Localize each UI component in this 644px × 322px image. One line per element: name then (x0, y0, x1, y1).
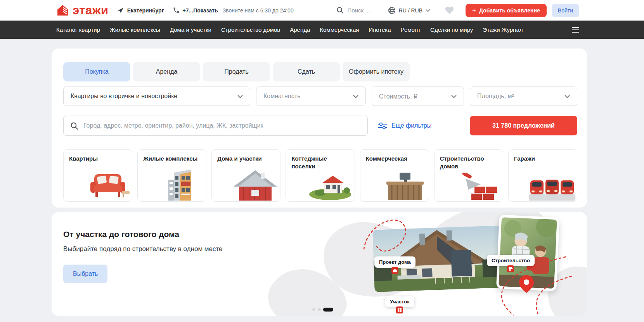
login-button[interactable]: Войти (552, 4, 579, 17)
property-type-value: Квартиры во вторичке и новостройке (71, 93, 177, 100)
phone-icon (173, 7, 179, 14)
top-header: этажи Екатеринбург +7...Показать Звоните… (0, 0, 644, 21)
construction-banner: От участка до готового дома Выбирайте по… (52, 212, 587, 316)
chevron-down-icon (353, 95, 358, 98)
search-icon (70, 122, 78, 130)
search-row: Еще фильтры 31 780 предложений (63, 116, 577, 136)
rooms-placeholder: Комнатность (263, 93, 300, 100)
sofa-icon (86, 173, 130, 201)
chevron-down-icon (237, 95, 243, 98)
banner-title: От участка до готового дома (63, 230, 223, 239)
reception-desk-icon (383, 171, 427, 201)
offers-count-button[interactable]: 31 780 предложений (470, 116, 577, 135)
category-label: Дома и участки (217, 155, 261, 162)
location-search-field[interactable] (63, 116, 368, 136)
nav-item-mortgage[interactable]: Ипотека (369, 26, 391, 33)
menu-icon[interactable] (572, 27, 579, 33)
nav-item-rent[interactable]: Аренда (290, 26, 310, 33)
more-filters-button[interactable]: Еще фильтры (378, 122, 431, 130)
drill-icon (507, 265, 514, 272)
nav-item-repair[interactable]: Ремонт (401, 26, 421, 33)
price-placeholder: Стоимость, ₽ (379, 93, 417, 100)
nav-item-journal[interactable]: Этажи Журнал (483, 26, 523, 33)
chevron-down-icon (426, 9, 430, 12)
search-card: Покупка Аренда Продать Сдать Оформить ип… (52, 48, 587, 208)
chevron-down-icon (451, 95, 457, 98)
carousel-dot[interactable] (312, 308, 315, 311)
category-label: Коммерческая (366, 155, 407, 162)
category-commercial[interactable]: Коммерческая (360, 149, 429, 202)
area-select[interactable]: Площадь, м² (470, 87, 577, 106)
phone-label: +7...Показать (183, 7, 218, 14)
tab-buy[interactable]: Покупка (63, 62, 130, 81)
chevron-down-icon (564, 95, 570, 98)
category-label: Жилые комплексы (143, 155, 197, 162)
price-select[interactable]: Стоимость, ₽ (372, 87, 464, 106)
category-label: Квартиры (69, 155, 98, 162)
chip-house-project[interactable]: Проект дома (374, 256, 415, 268)
main-nav: Каталог квартир Жилые комплексы Дома и у… (0, 21, 644, 39)
choose-button[interactable]: Выбрать (63, 265, 107, 283)
category-cottage-villages[interactable]: Коттеджные поселки (286, 149, 355, 202)
nav-item-complexes[interactable]: Жилые комплексы (110, 26, 160, 33)
cottage-icon (308, 173, 353, 201)
category-label: Гаражи (514, 155, 535, 162)
banner-subtitle: Выбирайте подряд по строительству в одно… (63, 245, 223, 253)
plus-icon: + (472, 7, 476, 14)
nav-item-construction[interactable]: Строительство домов (221, 26, 280, 33)
carousel-dot[interactable] (318, 308, 321, 311)
chip-plot[interactable]: Участок (385, 296, 414, 307)
locale-label: RU / RUB (399, 7, 422, 14)
phone-button[interactable]: +7...Показать (173, 7, 218, 14)
category-garages[interactable]: Гаражи (508, 149, 577, 202)
nav-item-world-deals[interactable]: Сделки по миру (430, 26, 473, 33)
trowel-bricks-icon (457, 173, 501, 201)
apartment-building-icon (160, 169, 204, 201)
logo[interactable]: этажи (56, 3, 109, 17)
location-arrow-icon (117, 7, 124, 14)
filters-row: Квартиры во вторичке и новостройке Комна… (63, 87, 577, 106)
tab-sell[interactable]: Продать (203, 62, 270, 81)
logo-text: этажи (73, 3, 109, 17)
category-residential-complexes[interactable]: Жилые комплексы (137, 149, 206, 202)
chip-construction[interactable]: Строительство (487, 255, 535, 266)
chip-label: Проект дома (379, 259, 411, 265)
carousel-dots (312, 308, 333, 312)
chip-label: Участок (390, 299, 410, 305)
category-houses-plots[interactable]: Дома и участки (211, 149, 280, 202)
city-selector[interactable]: Екатеринбург (117, 7, 164, 14)
more-filters-label: Еще фильтры (391, 122, 431, 129)
location-pin-icon (519, 275, 534, 294)
chip-label: Строительство (492, 258, 530, 263)
locale-selector[interactable]: RU / RUB (388, 7, 430, 14)
city-label: Екатеринбург (127, 7, 164, 14)
category-apartments[interactable]: Квартиры (63, 149, 132, 202)
category-label: Строительство домов (440, 155, 484, 170)
house-project-icon (391, 267, 398, 274)
header-search-input[interactable] (348, 7, 376, 14)
house-icon (232, 170, 279, 201)
location-search-input[interactable] (83, 122, 361, 129)
tab-mortgage[interactable]: Оформить ипотеку (343, 62, 410, 81)
logo-house-icon (56, 4, 69, 16)
nav-item-commercial[interactable]: Коммерческая (320, 26, 359, 33)
favorites-heart-icon[interactable] (445, 6, 454, 14)
carousel-dot-active[interactable] (323, 308, 333, 312)
nav-item-houses[interactable]: Дома и участки (170, 26, 211, 33)
add-listing-button[interactable]: + Добавить объявление (466, 4, 547, 17)
nav-item-catalog[interactable]: Каталог квартир (56, 26, 100, 33)
deal-tabs: Покупка Аренда Продать Сдать Оформить ип… (63, 62, 577, 81)
rooms-select[interactable]: Комнатность (256, 87, 366, 106)
category-cards: Квартиры Жилые комплексы (63, 149, 577, 202)
category-home-construction[interactable]: Строительство домов (434, 149, 503, 202)
area-placeholder: Площадь, м² (477, 93, 514, 100)
call-hours: Звоните нам с 6:30 до 24:00 (223, 7, 294, 14)
category-label: Коттеджные поселки (291, 155, 327, 170)
property-type-select[interactable]: Квартиры во вторичке и новостройке (63, 87, 250, 106)
globe-icon (388, 7, 396, 14)
tab-lease-out[interactable]: Сдать (273, 62, 340, 81)
sliders-filter-icon (378, 122, 387, 130)
header-search[interactable] (336, 7, 376, 14)
garage-cars-icon (529, 172, 575, 201)
tab-rent[interactable]: Аренда (133, 62, 200, 81)
